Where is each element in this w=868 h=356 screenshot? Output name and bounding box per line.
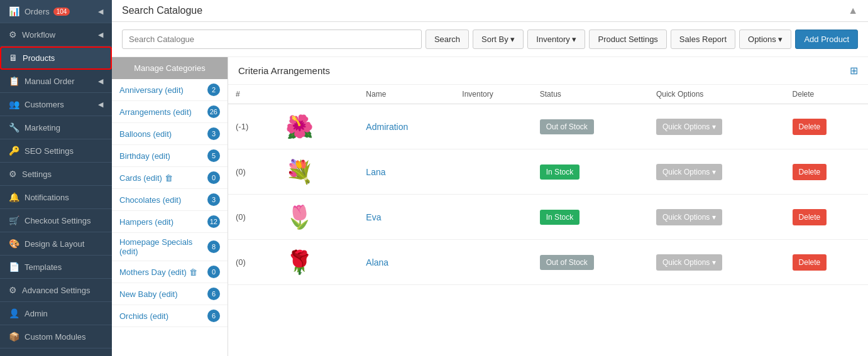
list-item[interactable]: Balloons (edit)3 bbox=[112, 123, 228, 145]
sidebar-item-templates[interactable]: 📄Templates bbox=[0, 256, 112, 279]
list-item[interactable]: Mothers Day (edit) 🗑0 bbox=[112, 261, 228, 283]
delete-button[interactable]: Delete bbox=[793, 164, 827, 180]
product-image-cell: 🌺 bbox=[275, 104, 358, 149]
product-number: (0) bbox=[228, 195, 275, 240]
manual-order-arrow-icon: ◀ bbox=[98, 77, 103, 85]
category-link[interactable]: Chocolates (edit) bbox=[119, 195, 207, 205]
list-item[interactable]: Orchids (edit)6 bbox=[112, 305, 228, 327]
list-item[interactable]: Arrangements (edit)26 bbox=[112, 101, 228, 123]
list-item[interactable]: Cards (edit) 🗑0 bbox=[112, 167, 228, 189]
sidebar-item-design-layout[interactable]: 🎨Design & Layout bbox=[0, 232, 112, 256]
sidebar-item-manual-order[interactable]: 📋Manual Order◀ bbox=[0, 70, 112, 93]
category-link[interactable]: Mothers Day (edit) 🗑 bbox=[119, 267, 207, 277]
category-link[interactable]: Balloons (edit) bbox=[119, 129, 207, 139]
list-item[interactable]: Chocolates (edit)3 bbox=[112, 189, 228, 211]
sidebar-item-custom-modules[interactable]: 📦Custom Modules bbox=[0, 325, 112, 348]
category-link[interactable]: Anniversary (edit) bbox=[119, 85, 207, 95]
sidebar-item-label: Settings bbox=[22, 170, 52, 179]
collapse-icon[interactable]: ▲ bbox=[848, 5, 858, 16]
page-title: Search Catalogue bbox=[122, 5, 202, 16]
sidebar-item-seo-settings[interactable]: 🔑SEO Settings bbox=[0, 139, 112, 163]
col-inventory: Inventory bbox=[454, 85, 532, 104]
sales-report-button[interactable]: Sales Report bbox=[671, 30, 735, 49]
delete-button[interactable]: Delete bbox=[793, 119, 827, 135]
product-image: 🌹 bbox=[282, 245, 317, 279]
sidebar-item-orders[interactable]: 📊Orders104◀ bbox=[0, 0, 112, 23]
list-item[interactable]: Anniversary (edit)2 bbox=[112, 79, 228, 101]
category-link[interactable]: New Baby (edit) bbox=[119, 289, 207, 299]
category-count-badge: 6 bbox=[207, 310, 220, 322]
category-link[interactable]: Cards (edit) 🗑 bbox=[119, 173, 207, 183]
table-row: (0)💐LanaIn StockQuick OptionsDelete bbox=[228, 149, 868, 195]
product-name[interactable]: Alana bbox=[366, 257, 388, 267]
delete-button[interactable]: Delete bbox=[793, 254, 827, 271]
sidebar-item-label: Marketing bbox=[25, 123, 60, 132]
product-name[interactable]: Admiration bbox=[366, 122, 408, 132]
product-number: (-1) bbox=[228, 104, 275, 149]
product-image: 🌺 bbox=[282, 109, 317, 144]
search-button[interactable]: Search bbox=[426, 30, 469, 49]
sidebar-item-workflow[interactable]: ⚙Workflow◀ bbox=[0, 23, 112, 46]
settings-icon: ⚙ bbox=[9, 169, 17, 179]
list-item[interactable]: Birthday (edit)5 bbox=[112, 145, 228, 167]
category-link[interactable]: Arrangements (edit) bbox=[119, 107, 207, 117]
sidebar-item-settings[interactable]: ⚙Settings bbox=[0, 163, 112, 186]
content-area: Manage Categories Anniversary (edit)2Arr… bbox=[112, 57, 868, 356]
sidebar-item-admin[interactable]: 👤Admin bbox=[0, 302, 112, 325]
category-count-badge: 2 bbox=[207, 84, 220, 96]
products-table: # Name Inventory Status Quick Options De… bbox=[228, 85, 868, 285]
col-status: Status bbox=[532, 85, 649, 104]
list-item[interactable]: New Baby (edit)6 bbox=[112, 283, 228, 305]
status-badge: In Stock bbox=[540, 165, 580, 180]
table-row: (0)🌹AlanaOut of StockQuick OptionsDelete bbox=[228, 240, 868, 285]
search-input[interactable] bbox=[122, 30, 422, 49]
design-layout-icon: 🎨 bbox=[9, 239, 19, 249]
quick-options-button[interactable]: Quick Options bbox=[656, 119, 722, 135]
manage-categories-button[interactable]: Manage Categories bbox=[112, 57, 228, 79]
inventory-button[interactable]: Inventory bbox=[527, 30, 585, 49]
category-count-badge: 12 bbox=[207, 215, 220, 228]
product-settings-button[interactable]: Product Settings bbox=[589, 30, 666, 49]
category-link[interactable]: Hampers (edit) bbox=[119, 217, 207, 227]
product-name[interactable]: Lana bbox=[366, 167, 385, 177]
product-name[interactable]: Eva bbox=[366, 212, 381, 222]
quick-options-button[interactable]: Quick Options bbox=[656, 209, 722, 225]
sidebar-item-notifications[interactable]: 🔔Notifications bbox=[0, 186, 112, 209]
product-name-cell: Admiration bbox=[358, 104, 454, 149]
products-body: (-1)🌺AdmirationOut of StockQuick Options… bbox=[228, 104, 868, 285]
product-status-cell: In Stock bbox=[532, 149, 649, 195]
delete-button[interactable]: Delete bbox=[793, 209, 827, 225]
grid-view-icon[interactable]: ⊞ bbox=[850, 65, 858, 77]
category-count-badge: 3 bbox=[207, 193, 220, 206]
quick-options-cell: Quick Options bbox=[649, 149, 785, 195]
category-link[interactable]: Homepage Specials (edit) bbox=[119, 237, 207, 256]
product-image: 💐 bbox=[282, 154, 317, 189]
sidebar-item-advanced-settings[interactable]: ⚙Advanced Settings bbox=[0, 279, 112, 302]
product-name-cell: Lana bbox=[358, 149, 454, 195]
col-name: Name bbox=[358, 85, 454, 104]
sidebar-item-marketing[interactable]: 🔧Marketing bbox=[0, 116, 112, 139]
sidebar-item-checkout-settings[interactable]: 🛒Checkout Settings bbox=[0, 209, 112, 232]
category-link[interactable]: Orchids (edit) bbox=[119, 311, 207, 321]
sidebar-item-products[interactable]: 🖥Products bbox=[0, 46, 112, 70]
orders-arrow-icon: ◀ bbox=[98, 8, 103, 16]
product-image-cell: 💐 bbox=[275, 149, 358, 195]
list-item[interactable]: Homepage Specials (edit)8 bbox=[112, 233, 228, 261]
orders-badge: 104 bbox=[53, 8, 70, 16]
criteria-header: Criteria Arrangements ⊞ bbox=[228, 57, 868, 85]
delete-cell: Delete bbox=[785, 104, 868, 149]
product-inventory-cell bbox=[454, 149, 532, 195]
list-item[interactable]: Hampers (edit)12 bbox=[112, 211, 228, 233]
sidebar-item-customers[interactable]: 👥Customers◀ bbox=[0, 93, 112, 116]
product-number: (0) bbox=[228, 149, 275, 195]
sort-by-button[interactable]: Sort By bbox=[473, 30, 524, 49]
product-name-cell: Alana bbox=[358, 240, 454, 285]
category-link[interactable]: Birthday (edit) bbox=[119, 151, 207, 161]
sidebar-item-label: SEO Settings bbox=[25, 146, 74, 156]
product-number: (0) bbox=[228, 240, 275, 285]
product-status-cell: Out of Stock bbox=[532, 240, 649, 285]
quick-options-button[interactable]: Quick Options bbox=[656, 164, 722, 180]
quick-options-button[interactable]: Quick Options bbox=[656, 254, 722, 271]
add-product-button[interactable]: Add Product bbox=[795, 30, 858, 49]
options-button[interactable]: Options bbox=[739, 30, 791, 49]
